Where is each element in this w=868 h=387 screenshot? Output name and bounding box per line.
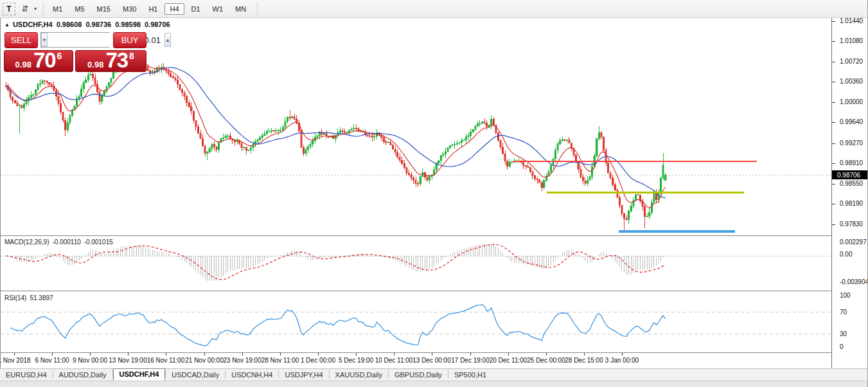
price-tick [832,102,835,103]
macd-axis-label: 0.00 [840,251,852,258]
date-tick [546,353,547,356]
date-tick-label: 13 Dec 00:00 [412,357,451,364]
timeframe-button-h4[interactable]: H4 [164,3,184,15]
date-tick-label: 6 Nov 11:00 [35,357,69,364]
arrows-dropdown-icon[interactable]: ▾ [31,3,39,15]
toolbar-separator [257,3,258,15]
volume-input[interactable] [48,33,164,47]
sell-price-base: 0.98 [15,60,31,69]
date-tick [622,353,623,356]
rsi-axis-label: 0 [840,343,844,350]
sell-button[interactable]: SELL [4,32,38,48]
tab-eurusd-h4[interactable]: EURUSD,H4 [0,370,53,381]
date-tick [470,353,471,356]
tab-usdjpy-h4[interactable]: USDJPY,H4 [279,370,328,381]
timeframe-button-m1[interactable]: M1 [48,3,67,15]
date-tick-label: 9 Nov 00:00 [73,357,107,364]
price-tick-label: 1.00360 [840,78,863,85]
buy-price-base: 0.98 [87,60,103,69]
sell-price-sup: 6 [57,51,62,61]
arrows-tool-icon[interactable]: ⇵ [19,3,31,15]
ohlc-high: 0.98736 [85,21,111,28]
chart-title: ▲USDCHF,H40.986080.987360.985980.98706 [4,21,170,28]
timeframe-button-group: M1M5M15M30H1H4D1W1MN [48,3,253,15]
text-tool-button[interactable]: T [3,3,15,15]
date-tick-label: 16 Nov 11:00 [147,357,185,364]
ohlc-low: 0.98598 [115,21,141,28]
macd-histogram [6,244,666,281]
tab-xauusd-daily[interactable]: XAUUSD,Daily [330,370,388,381]
date-tick-label: 17 Dec 19:00 [451,357,490,364]
buy-price-tile[interactable]: 0.98 73 8 [75,50,146,72]
collapse-panel-icon[interactable]: ▲ [4,22,10,28]
date-tick-label: 28 Dec 15:00 [565,357,603,364]
chart-region: ▲USDCHF,H40.986080.987360.985980.98706 S… [0,18,868,368]
price-tick [832,143,835,144]
window-bottom-edge [0,381,868,387]
macd-name: MACD(12,26,9) [4,239,49,246]
sell-price-big: 70 [33,51,56,69]
date-tick-label: 3 Jan 00:00 [605,357,639,364]
timeframe-button-m30[interactable]: M30 [118,3,141,15]
symbol-tab-bar: EURUSD,H4AUDUSD,DailyUSDCHF,H4USDCAD,Dai… [0,368,868,381]
date-tick [280,353,281,356]
price-tick-label: 0.99640 [840,118,863,125]
date-tick [432,353,432,356]
sell-price-tile[interactable]: 0.98 70 6 [4,50,73,72]
tab-usdcnh-h4[interactable]: USDCNH,H4 [226,370,278,381]
date-tick [584,353,585,356]
timeframe-button-m15[interactable]: M15 [92,3,116,15]
toolbar-separator [43,3,44,15]
macd-indicator-chart [1,237,831,291]
mt4-window: T ⇵ ▾ M1M5M15M30H1H4D1W1MN ▲USDCHF,H40.9… [0,0,868,387]
date-tick [394,353,394,356]
rsi-name: RSI(14) [4,294,26,302]
timeframe-button-mn[interactable]: MN [230,3,251,15]
timeframe-button-m5[interactable]: M5 [69,3,89,15]
tab-usdchf-h4[interactable]: USDCHF,H4 [113,368,166,381]
one-click-trading-panel: SELL ▼ ▲ BUY 0.98 70 6 0.98 73 8 [4,32,146,89]
date-tick-label: 28 Nov 11:00 [261,357,299,364]
volume-increase-icon[interactable]: ▲ [164,33,171,47]
rsi-axis-label: 30 [840,330,847,338]
date-tick-label: 20 Dec 11:00 [490,357,527,364]
pane-separator[interactable] [1,291,868,292]
date-tick-label: 1 Dec 00:00 [301,357,335,364]
macd-value-main: -0.000110 [52,239,80,246]
ohlc-close: 0.98706 [145,21,170,28]
volume-decrease-icon[interactable]: ▼ [41,33,48,47]
timeframe-button-d1[interactable]: D1 [186,3,206,15]
buy-price-sup: 8 [129,51,134,61]
chart-symbol-label: USDCHF,H4 [13,21,53,28]
rsi-label: RSI(14)51.3897 [4,294,57,302]
price-tick-label: 0.97830 [840,221,863,228]
price-tick [832,122,835,123]
date-tick [52,353,53,356]
price-tick [832,82,835,82]
date-tick-label: 13 Nov 19:00 [109,357,147,364]
price-axis[interactable]: 1.014401.010801.007201.003601.000000.996… [832,18,868,368]
date-tick-label: 21 Nov 00:00 [185,357,224,364]
buy-button[interactable]: BUY [113,32,146,48]
price-tick-label: 1.01440 [840,17,863,24]
price-tick-label: 1.00720 [840,58,863,65]
time-axis[interactable]: 1 Nov 20186 Nov 11:009 Nov 00:0013 Nov 1… [1,353,831,368]
price-tick-label: 0.98550 [840,180,863,187]
price-tick [832,41,835,42]
timeframe-button-h1[interactable]: H1 [143,3,163,15]
date-tick [508,353,509,356]
tab-audusd-daily[interactable]: AUDUSD,Daily [53,370,112,381]
price-tick-label: 1.00000 [840,98,863,105]
macd-value-signal: -0.001015 [84,239,113,246]
rsi-axis-label: 70 [840,309,847,316]
volume-stepper: ▼ ▲ [40,32,110,48]
current-price-tag: 0.98706 [832,170,868,179]
rsi-value: 51.3897 [30,294,53,302]
tab-sp500-h1[interactable]: SP500,H1 [448,370,492,381]
date-tick-label: 1 Nov 2018 [0,357,31,364]
tab-gbpusd-daily[interactable]: GBPUSD,Daily [389,370,448,381]
price-tick [832,62,835,62]
timeframe-button-w1[interactable]: W1 [208,3,229,15]
rsi-indicator-chart [1,292,831,352]
tab-usdcad-daily[interactable]: USDCAD,Daily [166,370,225,381]
